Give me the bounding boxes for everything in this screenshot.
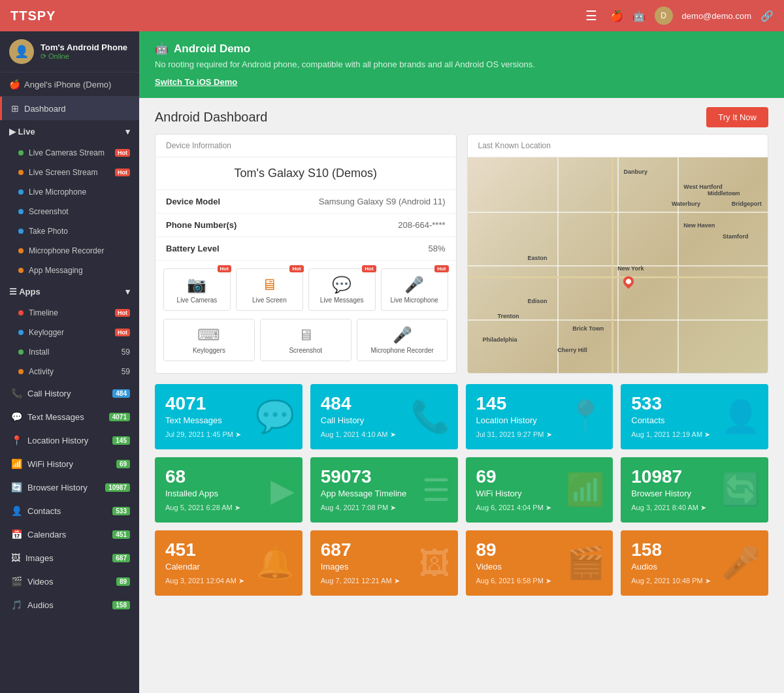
sidebar-item-calendars[interactable]: 📅 Calendars 451: [0, 523, 139, 546]
sidebar-item-images[interactable]: 🖼 Images 687: [0, 546, 139, 570]
camera-label: Live Cameras: [177, 297, 218, 304]
call-badge: 484: [112, 389, 130, 398]
share-icon[interactable]: 🔗: [760, 10, 774, 22]
stat-icon: 📍: [566, 398, 605, 435]
sidebar-item-screenshot[interactable]: Screenshot: [0, 202, 139, 221]
keylogger-icon: ⌨: [197, 326, 220, 344]
cal-badge: 451: [112, 530, 130, 539]
call-icon: 📞: [11, 388, 22, 398]
sidebar-alt-device[interactable]: 🍎Angel's iPhone (Demo): [0, 73, 139, 97]
sidebar-item-call-history[interactable]: 📞 Call History 484: [0, 381, 139, 405]
feature-mic-recorder[interactable]: 🎤 Microphone Recorder: [357, 319, 448, 361]
dot-icon: [18, 209, 24, 214]
sidebar-item-wifi[interactable]: 📶 WiFi History 69: [0, 452, 139, 475]
sidebar-item-videos[interactable]: 🎬 Videos 89: [0, 570, 139, 593]
stat-card[interactable]: 59073 App Message Timeline Aug 4, 2021 7…: [310, 457, 458, 523]
stat-card[interactable]: 69 WiFi History Aug 6, 2021 4:04 PM ➤ 📶: [466, 457, 613, 523]
screen-icon: 🖥: [261, 276, 277, 294]
feature-live-cameras[interactable]: Hot 📷 Live Cameras: [163, 268, 231, 311]
sidebar-section-live[interactable]: ▶ Live ▾: [0, 120, 139, 143]
stat-card[interactable]: 484 Call History Aug 1, 2021 4:10 AM ➤ 📞: [310, 384, 458, 449]
user-avatar: D: [655, 7, 673, 25]
hot-badge: Hot: [362, 265, 376, 272]
sidebar-item-text-messages[interactable]: 💬 Text Messages 4071: [0, 405, 139, 428]
feature-keyloggers[interactable]: ⌨ Keyloggers: [163, 319, 255, 361]
hot-badge: Hot: [218, 265, 231, 272]
sidebar-item-keylogger[interactable]: Keylogger Hot: [0, 323, 139, 342]
live-label: ▶ Live: [9, 127, 35, 137]
sidebar-item-mic-recorder[interactable]: Microphone Recorder: [0, 241, 139, 261]
sidebar-item-install[interactable]: Install 59: [0, 342, 139, 362]
micrec-label: Microphone Recorder: [370, 347, 433, 354]
map-header: Last Known Location: [468, 135, 768, 157]
sidebar-item-live-cameras[interactable]: Live Cameras Stream Hot: [0, 143, 139, 163]
sidebar-item-take-photo[interactable]: Take Photo: [0, 221, 139, 241]
stat-icon: 👤: [721, 398, 760, 435]
feature-live-microphone[interactable]: Hot 🎤 Live Microphone: [381, 268, 448, 311]
messages-icon: 💬: [332, 276, 351, 294]
sidebar-item-audios[interactable]: 🎵 Audios 158: [0, 593, 139, 617]
top-nav-right: 🍎 🤖 D demo@demo.com 🔗: [610, 7, 774, 25]
hot-badge: Hot: [434, 265, 448, 272]
take-photo-label: Take Photo: [29, 227, 130, 236]
messages-label: Live Messages: [320, 297, 364, 304]
cal-label: Calendars: [27, 530, 112, 540]
android-icon[interactable]: 🤖: [632, 10, 645, 22]
audios-icon: 🎵: [11, 600, 22, 610]
wifi-label: WiFi History: [27, 459, 116, 469]
images-icon: 🖼: [11, 553, 20, 563]
stat-card[interactable]: 145 Location History Jul 31, 2021 9:27 P…: [466, 384, 613, 449]
browser-icon: 🔄: [11, 482, 22, 492]
stat-row: 68 Installed Apps Aug 5, 2021 6:28 AM ➤ …: [139, 457, 784, 530]
sidebar-item-activity[interactable]: Activity 59: [0, 362, 139, 381]
stat-card[interactable]: 68 Installed Apps Aug 5, 2021 6:28 AM ➤ …: [155, 457, 302, 523]
sidebar-item-location[interactable]: 📍 Location History 145: [0, 428, 139, 452]
stat-card[interactable]: 687 Images Aug 7, 2021 12:21 AM ➤ 🖼: [310, 530, 458, 596]
live-chevron: ▾: [125, 127, 130, 137]
activity-label: Activity: [29, 367, 122, 376]
live-cameras-label: Live Cameras Stream: [29, 148, 112, 157]
stat-icon: 🎬: [566, 545, 605, 581]
keylogger-label: Keylogger: [29, 328, 112, 337]
stat-card[interactable]: 4071 Text Messages Jul 29, 2021 1:45 PM …: [155, 384, 302, 449]
dot-icon: [18, 330, 24, 335]
phone-number-row: Phone Number(s) 208-664-****: [155, 214, 456, 237]
sidebar-item-live-screen[interactable]: Live Screen Stream Hot: [0, 163, 139, 182]
stat-icon: 🖼: [419, 545, 450, 581]
feature-live-messages[interactable]: Hot 💬 Live Messages: [308, 268, 376, 311]
map-city-label: Danbury: [623, 169, 647, 175]
sidebar-item-contacts[interactable]: 👤 Contacts 533: [0, 499, 139, 523]
sidebar-item-app-messaging[interactable]: App Messaging: [0, 261, 139, 280]
feature-screenshot[interactable]: 🖥 Screenshot: [260, 319, 351, 361]
battery-row: Battery Level 58%: [155, 237, 456, 261]
apps-label: ☰ Apps: [9, 287, 41, 297]
dashboard-icon: ⊞: [11, 103, 19, 114]
screen-label: Live Screen: [252, 297, 287, 304]
sidebar-item-dashboard[interactable]: ⊞ Dashboard: [0, 97, 139, 120]
hot-badge: Hot: [115, 149, 130, 157]
device-full-name: Tom's Galaxy S10 (Demos): [155, 157, 456, 190]
sidebar-item-timeline[interactable]: Timeline Hot: [0, 303, 139, 323]
try-it-now-button[interactable]: Try It Now: [706, 107, 768, 127]
phone-label: Phone Number(s): [166, 220, 237, 230]
apple-icon[interactable]: 🍎: [610, 10, 623, 22]
sidebar-device-name: Tom's Android Phone: [41, 42, 127, 52]
battery-value: 58%: [428, 244, 445, 253]
switch-ios-link[interactable]: Switch To iOS Demo: [155, 77, 237, 87]
device-info-card: Device Information Tom's Galaxy S10 (Dem…: [155, 134, 457, 374]
stat-card[interactable]: 158 Audios Aug 2, 2021 10:48 PM ➤ 🎤: [621, 530, 768, 596]
stat-card[interactable]: 10987 Browser History Aug 3, 2021 8:40 A…: [621, 457, 768, 523]
sidebar-section-apps[interactable]: ☰ Apps ▾: [0, 280, 139, 303]
map-city-label: Easton: [527, 255, 547, 261]
stat-card[interactable]: 89 Videos Aug 6, 2021 6:58 PM ➤ 🎬: [466, 530, 613, 596]
map-city-label: Cherry Hill: [557, 347, 587, 353]
contacts-label: Contacts: [27, 506, 112, 516]
feature-icons-row2: ⌨ Keyloggers 🖥 Screenshot 🎤 Microphone R…: [155, 319, 456, 369]
sidebar-item-live-mic[interactable]: Live Microphone: [0, 182, 139, 202]
hamburger-icon[interactable]: ☰: [585, 8, 597, 24]
sidebar-item-browser[interactable]: 🔄 Browser History 10987: [0, 475, 139, 499]
msg-badge: 4071: [109, 413, 130, 421]
stat-card[interactable]: 533 Contacts Aug 1, 2021 12:19 AM ➤ 👤: [621, 384, 768, 449]
stat-card[interactable]: 451 Calendar Aug 3, 2021 12:04 AM ➤ 🔔: [155, 530, 302, 596]
feature-live-screen[interactable]: Hot 🖥 Live Screen: [236, 268, 303, 311]
